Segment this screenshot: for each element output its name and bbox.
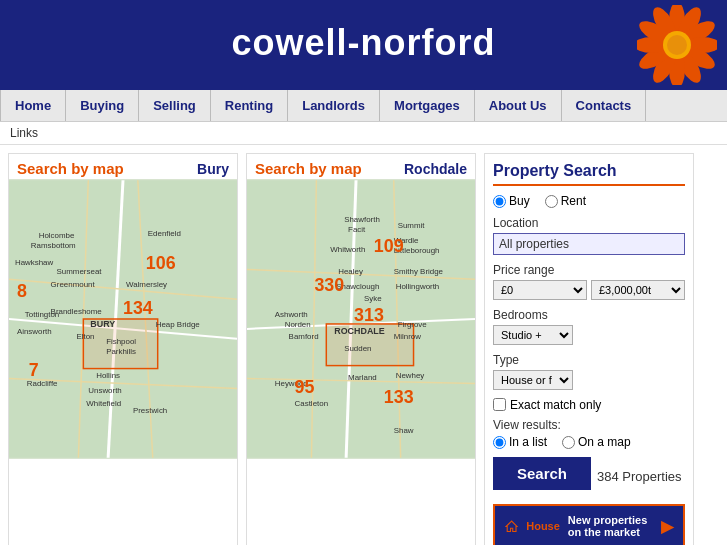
svg-text:Hollins: Hollins — [96, 371, 120, 380]
bedrooms-label: Bedrooms — [493, 308, 685, 322]
rent-radio-label[interactable]: Rent — [545, 194, 586, 208]
nav-contacts[interactable]: Contacts — [562, 90, 647, 121]
svg-text:Hawkshaw: Hawkshaw — [15, 258, 54, 267]
map-rochdale-title: Search by map Rochdale — [247, 154, 475, 179]
nav-selling[interactable]: Selling — [139, 90, 211, 121]
svg-text:Whitefield: Whitefield — [86, 399, 121, 408]
site-title: cowell-norford — [232, 22, 496, 64]
map-rochdale-area[interactable]: Shawforth Facit Whitworth Summit Wardle … — [247, 179, 475, 459]
svg-text:8: 8 — [17, 281, 27, 301]
exact-match-checkbox[interactable] — [493, 398, 506, 411]
svg-marker-82 — [506, 521, 517, 531]
nav-renting[interactable]: Renting — [211, 90, 288, 121]
price-range-row: Price range £0 £3,000,00t — [493, 263, 685, 300]
nav-mortgages[interactable]: Mortgages — [380, 90, 475, 121]
nav-about[interactable]: About Us — [475, 90, 562, 121]
bedrooms-select[interactable]: Studio + — [493, 325, 573, 345]
house-label: House — [526, 520, 560, 532]
price-from-select[interactable]: £0 — [493, 280, 587, 300]
svg-text:Tottington: Tottington — [25, 310, 59, 319]
type-select[interactable]: House or f — [493, 370, 573, 390]
svg-text:Edenfield: Edenfield — [148, 229, 181, 238]
main-content: Search by map Bury Holcombe Ramsbottom E… — [0, 145, 727, 545]
map-rochdale-panel[interactable]: Search by map Rochdale Shawforth Facit W… — [246, 153, 476, 545]
svg-text:Firgrove: Firgrove — [398, 320, 428, 329]
bedrooms-row: Bedrooms Studio + — [493, 308, 685, 345]
map-bury-area[interactable]: Holcombe Ramsbottom Edenfield Hawkshaw S… — [9, 179, 237, 459]
svg-text:Bamford: Bamford — [289, 332, 319, 341]
svg-text:Whitworth: Whitworth — [330, 245, 365, 254]
search-button[interactable]: Search — [493, 457, 591, 490]
svg-text:Elton: Elton — [76, 332, 94, 341]
svg-text:Hollingworth: Hollingworth — [396, 282, 440, 291]
svg-text:Castleton: Castleton — [295, 399, 328, 408]
view-results-row: View results: In a list On a map — [493, 418, 685, 449]
view-map-radio[interactable] — [562, 436, 575, 449]
svg-text:Ashworth: Ashworth — [275, 310, 308, 319]
links-bar: Links — [0, 122, 727, 145]
svg-text:Norden: Norden — [285, 320, 311, 329]
svg-text:109: 109 — [374, 236, 404, 256]
banner-arrow-icon: ▶ — [661, 517, 673, 536]
svg-text:Unsworth: Unsworth — [88, 386, 121, 395]
svg-text:Ainsworth: Ainsworth — [17, 327, 52, 336]
svg-text:Syke: Syke — [364, 294, 382, 303]
svg-text:Newhey: Newhey — [396, 371, 425, 380]
new-properties-label: New properties on the market — [568, 514, 653, 538]
buy-radio-label[interactable]: Buy — [493, 194, 530, 208]
svg-text:95: 95 — [295, 377, 315, 397]
svg-text:Smithy Bridge: Smithy Bridge — [394, 267, 444, 276]
svg-text:134: 134 — [123, 298, 153, 318]
svg-text:BURY: BURY — [90, 319, 115, 329]
property-search-panel: Property Search Buy Rent Location Price … — [484, 153, 694, 545]
rent-radio[interactable] — [545, 195, 558, 208]
svg-text:7: 7 — [29, 360, 39, 380]
view-list-radio[interactable] — [493, 436, 506, 449]
svg-text:106: 106 — [146, 253, 176, 273]
svg-text:133: 133 — [384, 387, 414, 407]
svg-text:Prestwich: Prestwich — [133, 406, 167, 415]
type-row: Type House or f — [493, 353, 685, 390]
exact-match-label: Exact match only — [510, 398, 601, 412]
main-nav: Home Buying Selling Renting Landlords Mo… — [0, 90, 727, 122]
svg-text:Facit: Facit — [348, 225, 366, 234]
site-header: cowell-norford — [0, 0, 727, 90]
nav-home[interactable]: Home — [0, 90, 66, 121]
svg-text:ROCHDALE: ROCHDALE — [334, 326, 385, 336]
svg-text:Sudden: Sudden — [344, 344, 371, 353]
map-bury-panel[interactable]: Search by map Bury Holcombe Ramsbottom E… — [8, 153, 238, 545]
svg-text:Walmersley: Walmersley — [126, 280, 167, 289]
svg-text:Heap Bridge: Heap Bridge — [156, 320, 201, 329]
svg-text:Greenmount: Greenmount — [51, 280, 96, 289]
location-input[interactable] — [493, 233, 685, 255]
svg-text:Milnrow: Milnrow — [394, 332, 422, 341]
svg-text:330: 330 — [314, 275, 344, 295]
nav-buying[interactable]: Buying — [66, 90, 139, 121]
svg-text:Shaw: Shaw — [394, 426, 414, 435]
view-list-label[interactable]: In a list — [493, 435, 547, 449]
svg-text:Shawforth: Shawforth — [344, 215, 380, 224]
svg-text:Ramsbottom: Ramsbottom — [31, 241, 76, 250]
map-bury-title: Search by map Bury — [9, 154, 237, 179]
property-search-title: Property Search — [493, 162, 685, 186]
nav-landlords[interactable]: Landlords — [288, 90, 380, 121]
svg-text:Summerseat: Summerseat — [57, 267, 103, 276]
new-properties-banner[interactable]: House New properties on the market ▶ — [493, 504, 685, 545]
price-to-select[interactable]: £3,000,00t — [591, 280, 685, 300]
exact-match-row: Exact match only — [493, 398, 685, 412]
buy-radio[interactable] — [493, 195, 506, 208]
svg-text:Summit: Summit — [398, 221, 426, 230]
search-button-row: Search 384 Properties — [493, 457, 685, 496]
svg-text:Fishpool: Fishpool — [106, 337, 136, 346]
svg-text:Holcombe: Holcombe — [39, 231, 75, 240]
house-icon — [505, 515, 518, 537]
flower-decoration — [637, 5, 717, 85]
svg-text:313: 313 — [354, 305, 384, 325]
price-range-label: Price range — [493, 263, 685, 277]
properties-count: 384 Properties — [597, 469, 682, 484]
svg-text:Marland: Marland — [348, 373, 377, 382]
svg-text:Parkhills: Parkhills — [106, 347, 136, 356]
buy-rent-row: Buy Rent — [493, 194, 685, 208]
view-results-label: View results: — [493, 418, 685, 432]
view-map-label[interactable]: On a map — [562, 435, 631, 449]
